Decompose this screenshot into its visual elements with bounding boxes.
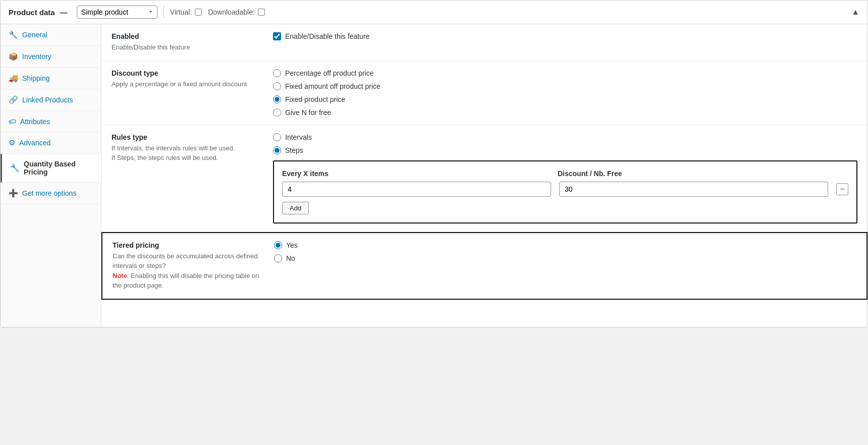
sidebar-item-general[interactable]: 🔧 General <box>1 24 101 46</box>
sidebar-item-advanced[interactable]: ⚙ Advanced <box>1 132 101 154</box>
rules-type-desc-2: If Steps, the steps rules will be used. <box>112 153 263 163</box>
discount-option-fixed-price[interactable]: Fixed product price <box>273 95 857 103</box>
enabled-description: Enable/Disable this feature <box>112 42 263 52</box>
steps-row-0: − <box>282 182 848 197</box>
tiered-title: Tiered pricing <box>113 241 264 249</box>
tiered-description: Can the discounts be accumulated across … <box>113 251 264 291</box>
discount-label-percentage: Percentage off product price <box>285 69 374 77</box>
rules-type-label-col: Rules type If Intervals, the intervals r… <box>112 133 273 224</box>
steps-table-header: Every X items Discount / Nb. Free <box>282 170 848 178</box>
enabled-value-col: Enable/Disable this feature <box>273 32 857 52</box>
discount-label-fixed-price: Fixed product price <box>285 95 345 103</box>
enabled-checkbox-text: Enable/Disable this feature <box>285 32 369 40</box>
tiered-pricing-row: Tiered pricing Can the discounts be accu… <box>101 232 867 300</box>
main-content: Enabled Enable/Disable this feature Enab… <box>101 24 867 327</box>
virtual-label: Virtual: <box>170 8 192 16</box>
discount-radio-give-n-free[interactable] <box>273 108 281 117</box>
discount-option-fixed-amount[interactable]: Fixed amount off product price <box>273 82 857 90</box>
steps-box: Every X items Discount / Nb. Free − Add <box>273 160 857 224</box>
sidebar-label-linked-products: Linked Products <box>22 96 73 104</box>
sidebar-item-inventory[interactable]: 📦 Inventory <box>1 46 101 68</box>
collapse-button[interactable]: ▲ <box>851 8 859 17</box>
sidebar-item-attributes[interactable]: 🏷 Attributes <box>1 111 101 132</box>
product-data-panel: Product data — Simple product Virtual: D… <box>0 0 868 327</box>
downloadable-checkbox-group[interactable]: Downloadable: <box>208 8 265 16</box>
enabled-checkbox[interactable] <box>273 32 281 40</box>
link-icon: 🔗 <box>9 95 18 104</box>
enabled-label-col: Enabled Enable/Disable this feature <box>112 32 273 52</box>
steps-remove-btn-0[interactable]: − <box>836 183 848 195</box>
tiered-option-no[interactable]: No <box>274 254 856 262</box>
discount-type-row: Discount type Apply a percentage or a fi… <box>101 61 867 125</box>
discount-label-give-n-free: Give N for free <box>285 108 331 117</box>
sidebar-label-general: General <box>22 31 47 39</box>
steps-add-button[interactable]: Add <box>282 202 309 214</box>
header-divider <box>164 6 164 18</box>
sidebar-item-quantity-based-pricing[interactable]: 🔧 Quantity Based Pricing <box>1 154 101 183</box>
tiered-option-yes[interactable]: Yes <box>274 241 856 249</box>
steps-x-input-0[interactable] <box>282 182 551 197</box>
steps-section: Steps Every X items Discount / Nb. Free <box>273 146 857 224</box>
tiered-note-text: : Enabling this will disable the pricing… <box>113 272 259 290</box>
tiered-radio-yes[interactable] <box>274 241 282 249</box>
rules-label-steps: Steps <box>285 146 303 154</box>
discount-option-give-n-free[interactable]: Give N for free <box>273 108 857 117</box>
discount-type-title: Discount type <box>112 69 263 77</box>
discount-label-fixed-amount: Fixed amount off product price <box>285 82 381 90</box>
gear-icon: ⚙ <box>9 138 15 147</box>
tiered-label-yes: Yes <box>286 241 298 249</box>
sidebar-label-shipping: Shipping <box>22 74 50 82</box>
downloadable-label: Downloadable: <box>208 8 255 16</box>
sidebar-label-attributes: Attributes <box>20 118 50 126</box>
sidebar-label-advanced: Advanced <box>19 139 50 147</box>
wrench-icon: 🔧 <box>9 30 18 39</box>
sidebar-item-shipping[interactable]: 🚚 Shipping <box>1 68 101 89</box>
enabled-title: Enabled <box>112 32 263 40</box>
tiered-note-label: Note <box>113 272 127 280</box>
col-action-placeholder <box>833 170 848 178</box>
virtual-checkbox-group[interactable]: Virtual: <box>170 8 202 16</box>
sidebar: 🔧 General 📦 Inventory 🚚 Shipping 🔗 Linke… <box>1 24 101 327</box>
box-icon: 📦 <box>9 52 18 61</box>
sidebar-label-get-more-options: Get more options <box>22 189 76 197</box>
rules-type-title: Rules type <box>112 133 263 141</box>
rules-radio-intervals[interactable] <box>273 133 281 141</box>
tiered-value-col: Yes No <box>274 241 856 291</box>
discount-radio-percentage[interactable] <box>273 69 281 77</box>
rules-option-intervals[interactable]: Intervals <box>273 133 857 141</box>
enabled-row: Enabled Enable/Disable this feature Enab… <box>101 24 867 61</box>
col-discount-label: Discount / Nb. Free <box>558 170 825 178</box>
rules-radio-steps[interactable] <box>273 146 281 154</box>
rules-type-value-col: Intervals Steps Every X items Discoun <box>273 133 857 224</box>
discount-type-description: Apply a percentage or a fixed amount dis… <box>112 79 263 89</box>
product-data-header: Product data — Simple product Virtual: D… <box>1 1 867 24</box>
plus-icon: ➕ <box>9 189 18 198</box>
product-data-body: 🔧 General 📦 Inventory 🚚 Shipping 🔗 Linke… <box>1 24 867 327</box>
rules-label-intervals: Intervals <box>285 133 312 141</box>
truck-icon: 🚚 <box>9 74 18 83</box>
discount-type-value-col: Percentage off product price Fixed amoun… <box>273 69 857 117</box>
rules-type-desc-1: If Intervals, the intervals rules will b… <box>112 143 263 153</box>
virtual-checkbox[interactable] <box>195 9 202 16</box>
discount-radio-fixed-price[interactable] <box>273 95 281 103</box>
tiered-radio-no[interactable] <box>274 254 282 262</box>
rules-type-row: Rules type If Intervals, the intervals r… <box>101 125 867 232</box>
tiered-label-no: No <box>286 254 295 262</box>
rules-option-steps[interactable]: Steps <box>273 146 857 154</box>
discount-type-label-col: Discount type Apply a percentage or a fi… <box>112 69 273 117</box>
sidebar-item-get-more-options[interactable]: ➕ Get more options <box>1 183 101 204</box>
tiered-label-col: Tiered pricing Can the discounts be accu… <box>113 241 274 291</box>
discount-radio-fixed-amount[interactable] <box>273 82 281 90</box>
sidebar-item-linked-products[interactable]: 🔗 Linked Products <box>1 89 101 111</box>
enabled-checkbox-label[interactable]: Enable/Disable this feature <box>273 32 857 40</box>
discount-option-percentage[interactable]: Percentage off product price <box>273 69 857 77</box>
col-x-label: Every X items <box>282 170 550 178</box>
product-data-title: Product data — <box>9 8 71 17</box>
product-type-select[interactable]: Simple product <box>77 6 157 19</box>
steps-discount-input-0[interactable] <box>559 182 828 197</box>
downloadable-checkbox[interactable] <box>258 9 265 16</box>
tool-icon: 🔧 <box>10 163 20 173</box>
sidebar-label-quantity-based-pricing: Quantity Based Pricing <box>24 160 93 176</box>
sidebar-label-inventory: Inventory <box>22 52 51 61</box>
tag-icon: 🏷 <box>9 117 16 126</box>
